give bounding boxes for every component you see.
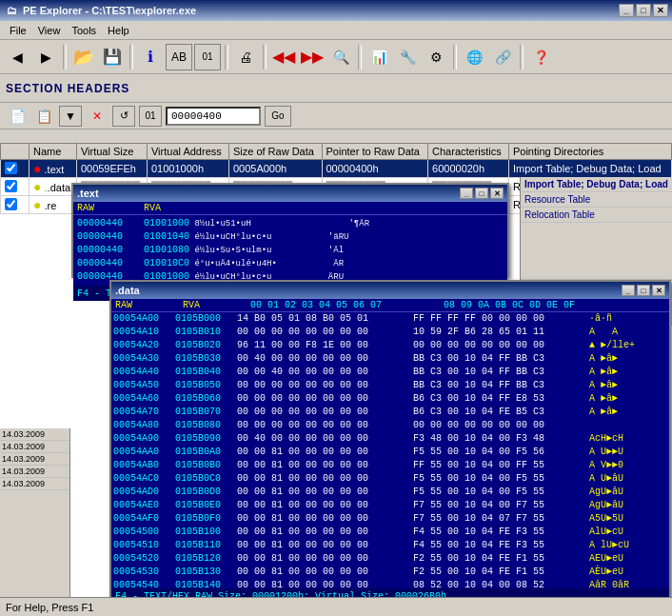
text-hex-content: 0000044001001000 8½ul•u51•uH '¶ÄR 000004… — [73, 215, 507, 286]
col-raw-size: Size of Raw Data — [228, 144, 322, 160]
drow-14: 00054AD00105B0D000 00 81 00 00 00 00 00F… — [113, 486, 667, 499]
data-hex-window: .data _ □ ✕ RAW RVA 00 01 02 03 04 05 06… — [109, 280, 671, 604]
tools-button[interactable]: 🔧 — [394, 44, 421, 70]
drow-16: 00054AF00105B0F000 00 81 00 00 00 00 00F… — [113, 512, 667, 526]
menu-view[interactable]: View — [32, 23, 67, 38]
extra1-button[interactable]: 🌐 — [461, 44, 487, 70]
text-window-maximize[interactable]: □ — [475, 188, 488, 199]
menu-tools[interactable]: Tools — [66, 23, 102, 38]
toolbar-separator-1 — [63, 45, 67, 70]
address-input[interactable]: 00000400 — [166, 107, 261, 126]
text-window-title: .text — [77, 188, 458, 199]
text-button[interactable]: AB — [166, 44, 192, 70]
menu-file[interactable]: File — [4, 23, 32, 38]
addr-toolbar: 📄 📋 ▼ ✕ ↺ 01 00000400 Go — [0, 103, 672, 129]
drow-7: 00054A600105B06000 00 00 00 00 00 00 00B… — [113, 392, 667, 406]
data-window-titlebar: .data _ □ ✕ — [111, 282, 669, 299]
drow-2: 00054A100105B01000 00 00 00 00 00 00 001… — [113, 326, 667, 339]
drow-3: 00054A200105B02096 11 00 00 F8 1E 00 000… — [113, 339, 667, 352]
table-row[interactable]: ● .text 00059EFEh 01001000h 0005A000h 00… — [1, 160, 672, 178]
drow-10: 00054A900105B09000 40 00 00 00 00 00 00F… — [113, 432, 667, 446]
addr-btn-6[interactable]: 01 — [139, 106, 162, 127]
col-name: Name — [30, 144, 77, 160]
row-check[interactable] — [1, 160, 30, 178]
check-re[interactable] — [5, 198, 17, 210]
data-window-minimize[interactable]: _ — [622, 285, 635, 296]
addr-btn-2[interactable]: 📋 — [32, 106, 55, 127]
menu-help[interactable]: Help — [102, 23, 135, 38]
close-button[interactable]: ✕ — [653, 4, 668, 17]
maximize-button[interactable]: □ — [636, 4, 651, 17]
check-data[interactable] — [5, 180, 17, 192]
data-window-maximize[interactable]: □ — [637, 285, 650, 296]
drow-12: 00054AB00105B0B000 00 81 00 00 00 00 00F… — [113, 459, 667, 472]
addr-btn-5[interactable]: ↺ — [112, 106, 135, 127]
menu-bar: File View Tools Help — [0, 21, 672, 40]
drow-5: 00054A400105B04000 00 40 00 00 00 00 00B… — [113, 366, 667, 379]
title-bar: 🗂 PE Explorer - C:\TEST\explorer.exe _ □… — [0, 0, 672, 21]
col-dirs: Pointing Directories — [508, 144, 671, 160]
addr-btn-4[interactable]: ✕ — [86, 106, 109, 127]
extra2-button[interactable]: 🔗 — [489, 44, 516, 70]
toolbar-separator-7 — [520, 45, 524, 70]
side-row-2: Resource Table — [521, 192, 672, 208]
col-virtual-size: Virtual Size — [76, 144, 147, 160]
row-check[interactable] — [1, 178, 30, 196]
text-window-close[interactable]: ✕ — [490, 188, 504, 199]
app-title: PE Explorer - C:\TEST\explorer.exe — [23, 5, 619, 16]
side-row-1: Import Table; Debug Data; Load — [521, 177, 672, 192]
section-title: SECTION HEADERS — [6, 82, 129, 95]
chart-button[interactable]: 📊 — [366, 44, 392, 70]
drow-9: 00054A800105B08000 00 00 00 00 00 00 000… — [113, 419, 667, 432]
data-hex-rows: 00054A000105B00014 B0 05 01 08 B0 05 01F… — [111, 312, 669, 588]
hex-row-2: 0000044001001040 é½lu•uCH°lu•c•u 'äRU — [77, 230, 504, 244]
row-rawsize: 0005A000h — [228, 160, 322, 178]
log-row-5: 14.03.2009 — [0, 478, 69, 490]
check-text[interactable] — [5, 162, 17, 174]
text-window-minimize[interactable]: _ — [460, 188, 473, 199]
addr-go-button[interactable]: Go — [265, 106, 291, 127]
main-toolbar: ◀ ▶ 📂 💾 ℹ AB 01 🖨 ◀◀ ▶▶ 🔍 📊 🔧 ⚙ 🌐 🔗 ❓ — [0, 40, 672, 74]
forward-button[interactable]: ▶ — [32, 44, 59, 70]
nav-prev[interactable]: ◀◀ — [270, 44, 297, 70]
back-button[interactable]: ◀ — [4, 44, 30, 70]
data-hex-header: RAW RVA 00 01 02 03 04 05 06 07 08 09 0A… — [111, 299, 669, 312]
window-controls[interactable]: _ □ ✕ — [619, 4, 668, 17]
addr-btn-1[interactable]: 📄 — [6, 106, 29, 127]
text-window-titlebar: .text _ □ ✕ — [73, 185, 507, 202]
data-window-close[interactable]: ✕ — [652, 285, 665, 296]
row-vsize: 00059EFEh — [76, 160, 147, 178]
minimize-button[interactable]: _ — [619, 4, 634, 17]
drow-11: 00054AA00105B0A000 00 81 00 00 00 00 00F… — [113, 446, 667, 459]
section-header-bar: SECTION HEADERS — [0, 74, 672, 103]
row-dirs: Import Table; Debug Data; Load — [508, 160, 671, 178]
col-virtual-addr: Virtual Address — [147, 144, 228, 160]
settings-button[interactable]: ⚙ — [423, 44, 449, 70]
addr-btn-3[interactable]: ▼ — [59, 106, 82, 127]
drow-6: 00054A500105B05000 00 00 00 00 00 00 00B… — [113, 379, 667, 392]
log-panel: 14.03.2009 14.03.2009 14.03.2009 14.03.2… — [0, 428, 70, 597]
search-button[interactable]: 🔍 — [327, 44, 354, 70]
help-button[interactable]: ❓ — [527, 44, 554, 70]
data-window-title: .data — [115, 285, 620, 296]
col-chars: Characteristics — [428, 144, 509, 160]
drow-8: 00054A700105B07000 00 00 00 00 00 00 00B… — [113, 406, 667, 419]
drow-1: 00054A000105B00014 B0 05 01 08 B0 05 01F… — [113, 312, 667, 326]
log-row-1: 14.03.2009 — [0, 428, 69, 441]
toolbar-separator-4 — [263, 45, 267, 70]
log-row-4: 14.03.2009 — [0, 466, 69, 478]
info-button[interactable]: ℹ — [137, 44, 164, 70]
drow-18: 000545100105B11000 00 81 00 00 00 00 00F… — [113, 539, 667, 552]
print-button[interactable]: 🖨 — [232, 44, 259, 70]
drow-21: 000545400105B14000 00 81 00 00 00 00 000… — [113, 579, 667, 588]
log-row-2: 14.03.2009 — [0, 441, 69, 453]
nav-next[interactable]: ▶▶ — [299, 44, 326, 70]
log-row-3: 14.03.2009 — [0, 453, 69, 466]
hex-button[interactable]: 01 — [194, 44, 221, 70]
row-rawptr: 00000400h — [322, 160, 428, 178]
app-icon: 🗂 — [4, 3, 19, 18]
save-button[interactable]: 💾 — [99, 44, 126, 70]
row-check[interactable] — [1, 196, 30, 214]
open-button[interactable]: 📂 — [70, 44, 97, 70]
drow-15: 00054AE00105B0E000 00 81 00 00 00 00 00F… — [113, 499, 667, 512]
